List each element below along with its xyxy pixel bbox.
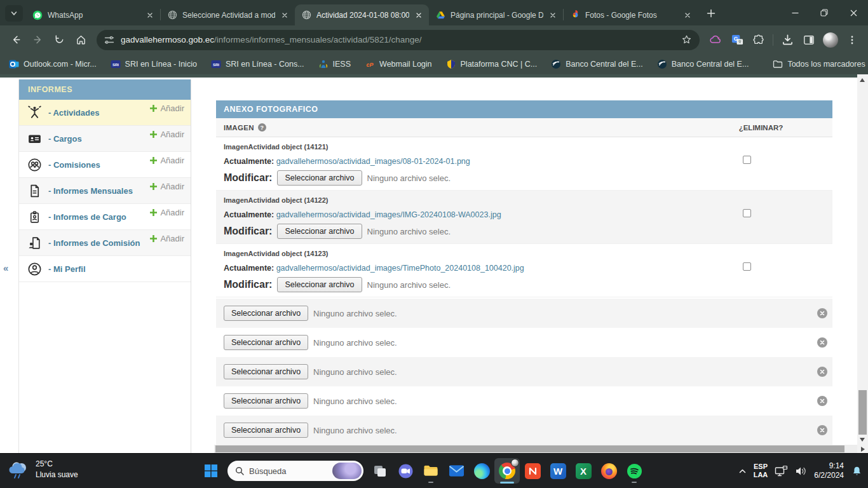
delete-checkbox[interactable] <box>743 156 751 164</box>
language-indicator[interactable]: ESPLAA <box>754 463 768 480</box>
bookmark-cnc[interactable]: Plataforma CNC | C... <box>446 59 538 69</box>
bookmark-banco-central-1[interactable]: Banco Central del E... <box>551 59 643 69</box>
bookmark-sri-consultas[interactable]: SRI SRI en Línea - Cons... <box>211 59 304 69</box>
google-translate-icon[interactable]: G <box>726 29 748 51</box>
taskbar-search-box[interactable]: Búsqueda <box>227 461 363 481</box>
add-informe-mensual-link[interactable]: Añadir <box>149 182 184 191</box>
select-file-button[interactable]: Seleccionar archivo <box>224 306 308 321</box>
add-cargo-link[interactable]: Añadir <box>149 130 184 139</box>
remove-row-icon[interactable] <box>817 396 827 406</box>
firefox-button[interactable] <box>596 458 621 484</box>
tab-close-button[interactable] <box>413 10 424 21</box>
help-icon[interactable]: ? <box>258 123 266 132</box>
file-explorer-button[interactable] <box>418 458 444 484</box>
tab-google-drive[interactable]: Página principal - Google Dr <box>429 4 563 25</box>
delete-checkbox[interactable] <box>743 262 751 271</box>
home-button[interactable] <box>70 29 92 51</box>
select-file-button[interactable]: Seleccionar archivo <box>224 423 308 438</box>
taskbar-weather-widget[interactable]: 25°C Lluvia suave <box>8 459 78 480</box>
sidebar-item-actividades[interactable]: - Actividades Añadir <box>19 100 191 126</box>
chrome-button-active[interactable] <box>494 458 520 484</box>
chat-button[interactable] <box>393 458 418 484</box>
file-link[interactable]: gadvallehermoso/actividad_images/08-01-2… <box>276 157 470 166</box>
tab-seleccione-actividad[interactable]: Seleccione Actividad a modif <box>161 4 295 25</box>
bookmark-webmail[interactable]: cP Webmail Login <box>365 59 431 69</box>
scroll-up-arrow[interactable] <box>860 78 865 82</box>
clock-widget[interactable]: 9:146/2/2024 <box>814 461 844 481</box>
add-informe-cargo-link[interactable]: Añadir <box>149 208 184 217</box>
bookmark-star-icon[interactable] <box>681 34 692 45</box>
select-file-button[interactable]: Seleccionar archivo <box>224 393 308 409</box>
task-view-button[interactable] <box>367 458 393 484</box>
tab-close-button[interactable] <box>279 10 290 21</box>
new-tab-button[interactable] <box>702 4 720 22</box>
remove-row-icon[interactable] <box>817 425 827 435</box>
horizontal-scroll-thumb[interactable] <box>215 445 844 452</box>
bookmark-iess[interactable]: IESS <box>318 59 351 69</box>
tab-actividad-active[interactable]: Actividad 2024-01-08 08:00:0 <box>295 4 429 25</box>
extension-cloud-icon[interactable] <box>705 29 726 51</box>
file-link[interactable]: gadvallehermoso/actividad_images/IMG-202… <box>276 210 501 219</box>
tab-search-button[interactable] <box>5 5 23 22</box>
edge-button[interactable] <box>469 458 494 484</box>
scrollbar-corner[interactable] <box>857 445 868 453</box>
sidebar-item-mi-perfil[interactable]: - Mi Perfil <box>19 256 191 282</box>
select-file-button[interactable]: Seleccionar archivo <box>224 364 308 379</box>
profile-avatar[interactable] <box>820 29 841 51</box>
scroll-right-arrow[interactable] <box>861 447 865 452</box>
network-button[interactable] <box>775 465 788 477</box>
all-bookmarks-button[interactable]: Todos los marcadores <box>773 59 865 69</box>
browser-menu-button[interactable] <box>841 29 863 51</box>
sidebar-collapse-button[interactable]: « <box>3 262 8 273</box>
vertical-scroll-thumb[interactable] <box>858 390 867 435</box>
tab-whatsapp[interactable]: WhatsApp <box>26 4 160 25</box>
file-link[interactable]: gadvallehermoso/actividad_images/TimePho… <box>276 264 524 273</box>
bookmark-outlook[interactable]: Outlook.com - Micr... <box>9 59 97 69</box>
remove-row-icon[interactable] <box>817 308 827 318</box>
window-close-button[interactable] <box>839 0 868 25</box>
tab-close-button[interactable] <box>682 10 693 21</box>
vertical-scrollbar[interactable] <box>857 74 868 453</box>
sidebar-item-comisiones[interactable]: - Comisiones Añadir <box>19 152 191 178</box>
window-minimize-button[interactable] <box>780 0 810 25</box>
add-informe-comision-link[interactable]: Añadir <box>149 234 184 243</box>
scroll-down-arrow[interactable] <box>860 438 865 442</box>
start-button[interactable] <box>198 458 224 484</box>
notifications-button[interactable] <box>851 465 863 477</box>
extensions-puzzle-icon[interactable] <box>748 29 770 51</box>
sidebar-item-informes-mensuales[interactable]: - Informes Mensuales Añadir <box>19 178 191 204</box>
tab-google-fotos[interactable]: Fotos - Google Fotos <box>564 4 698 25</box>
mail-button[interactable] <box>444 458 469 484</box>
add-comision-link[interactable]: Añadir <box>149 156 184 165</box>
bookmark-banco-central-2[interactable]: Banco Central del E... <box>657 59 749 69</box>
tab-close-button[interactable] <box>144 10 156 21</box>
select-file-button[interactable]: Seleccionar archivo <box>224 335 308 350</box>
remove-row-icon[interactable] <box>817 337 827 348</box>
select-file-button[interactable]: Seleccionar archivo <box>277 224 362 239</box>
reload-button[interactable] <box>48 29 70 51</box>
bookmark-sri-inicio[interactable]: SRI SRI en Línea - Inicio <box>111 59 197 69</box>
excel-button[interactable]: X <box>571 458 596 484</box>
window-restore-button[interactable] <box>810 0 839 25</box>
sidebar-item-informes-de-comision[interactable]: - Informes de Comisión Añadir <box>19 230 191 256</box>
modify-label: Modificar: <box>224 226 272 237</box>
side-panel-button[interactable] <box>798 29 820 51</box>
add-actividad-link[interactable]: Añadir <box>149 104 184 113</box>
nitro-pdf-button[interactable] <box>520 458 545 484</box>
downloads-button[interactable] <box>776 29 798 51</box>
address-bar[interactable]: gadvallehermoso.gob.ec/informes/informes… <box>97 30 700 50</box>
word-button[interactable]: W <box>545 458 571 484</box>
spotify-button[interactable] <box>621 458 647 484</box>
horizontal-scrollbar[interactable] <box>214 445 857 453</box>
select-file-button[interactable]: Seleccionar archivo <box>277 170 362 186</box>
back-button[interactable] <box>5 29 27 51</box>
forward-button[interactable] <box>27 29 48 51</box>
delete-checkbox[interactable] <box>743 209 751 217</box>
select-file-button[interactable]: Seleccionar archivo <box>277 277 362 292</box>
remove-row-icon[interactable] <box>817 367 827 377</box>
sidebar-item-cargos[interactable]: - Cargos Añadir <box>19 126 191 152</box>
volume-button[interactable] <box>795 466 807 477</box>
tab-close-button[interactable] <box>547 10 559 21</box>
sidebar-item-informes-de-cargo[interactable]: - Informes de Cargo Añadir <box>19 204 191 230</box>
hidden-icons-button[interactable] <box>738 467 747 475</box>
